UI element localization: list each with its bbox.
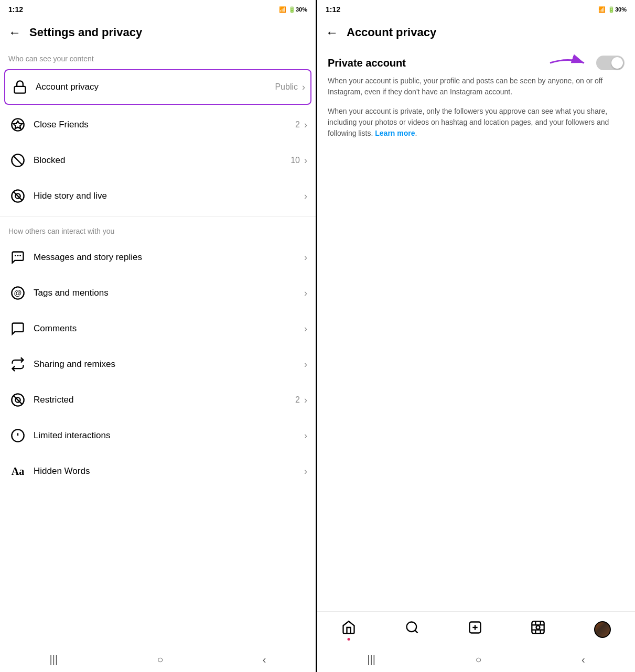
nav-add[interactable]: [461, 616, 489, 643]
chevron-icon-blocked: ›: [304, 155, 307, 166]
account-privacy-badge: Public: [275, 82, 298, 92]
hidden-words-icon: Aa: [8, 462, 27, 481]
signal-icon-right: 📶: [598, 6, 606, 13]
tags-icon: @: [8, 284, 27, 302]
tags-label: Tags and mentions: [34, 288, 304, 298]
limited-icon: [8, 426, 27, 445]
svg-line-18: [415, 630, 417, 633]
nav-profile[interactable]: [588, 617, 617, 642]
sharing-label: Sharing and remixes: [34, 359, 304, 370]
messages-icon: [8, 248, 27, 267]
android-nav-back-right[interactable]: ‹: [582, 654, 585, 666]
purple-arrow: [545, 55, 592, 71]
limited-label: Limited interactions: [34, 430, 304, 441]
nav-reels[interactable]: [524, 616, 552, 643]
android-nav-menu[interactable]: |||: [50, 654, 58, 666]
privacy-desc-1: When your account is public, your profil…: [328, 75, 625, 97]
menu-item-tags[interactable]: @ Tags and mentions ›: [0, 275, 316, 311]
profile-avatar: [594, 621, 611, 638]
left-panel: 1:12 📶 🔋30% ← Settings and privacy Who c…: [0, 0, 317, 672]
signal-icon: 📶: [279, 6, 286, 13]
section1-label: Who can see your content: [0, 46, 316, 67]
status-icons-left: 📶 🔋30%: [279, 6, 307, 13]
chevron-icon-tags: ›: [304, 288, 307, 299]
chevron-icon-sharing: ›: [304, 359, 307, 370]
toggle-thumb: [611, 57, 623, 69]
nav-search[interactable]: [399, 616, 426, 643]
lock-icon: [10, 78, 29, 96]
menu-item-sharing[interactable]: Sharing and remixes ›: [0, 346, 316, 382]
restricted-label: Restricted: [34, 395, 295, 405]
comments-icon: [8, 319, 27, 338]
private-account-label: Private account: [328, 57, 406, 69]
android-nav-home-right[interactable]: ○: [475, 654, 481, 666]
chevron-icon-friends: ›: [304, 120, 307, 131]
time-right: 1:12: [326, 5, 340, 14]
svg-rect-0: [15, 86, 26, 93]
svg-rect-22: [532, 621, 544, 633]
reels-icon: [531, 620, 545, 638]
close-friends-icon: [8, 115, 27, 134]
chevron-icon-story: ›: [304, 191, 307, 202]
sharing-icon: [8, 355, 27, 374]
hide-story-label: Hide story and live: [34, 191, 304, 201]
menu-item-restricted[interactable]: Restricted 2 ›: [0, 382, 316, 418]
svg-point-17: [406, 622, 416, 632]
svg-point-23: [536, 626, 540, 630]
privacy-desc-2-text: When your account is private, only the f…: [328, 107, 609, 137]
back-button-right[interactable]: ←: [326, 25, 338, 40]
home-dot: [348, 638, 350, 641]
right-panel: 1:12 📶 🔋30% ← Account privacy Private ac…: [317, 0, 635, 672]
search-icon: [405, 620, 419, 638]
blocked-icon: [8, 151, 27, 170]
menu-item-close-friends[interactable]: Close Friends 2 ›: [0, 107, 316, 143]
svg-line-4: [14, 156, 22, 165]
menu-item-comments[interactable]: Comments ›: [0, 311, 316, 346]
status-bar-right: 1:12 📶 🔋30%: [317, 0, 635, 19]
android-nav-menu-right[interactable]: |||: [367, 654, 375, 666]
menu-item-hidden-words[interactable]: Aa Hidden Words ›: [0, 453, 316, 489]
menu-item-hide-story[interactable]: Hide story and live ›: [0, 178, 316, 214]
restricted-icon: [8, 391, 27, 409]
home-icon: [341, 620, 356, 638]
private-account-toggle[interactable]: [596, 56, 625, 70]
bottom-nav-right: [317, 611, 635, 647]
right-page-title: Account privacy: [347, 26, 436, 39]
add-icon: [468, 620, 482, 638]
status-icons-right: 📶 🔋30%: [598, 6, 627, 13]
blocked-badge: 10: [290, 156, 300, 165]
menu-item-account-privacy[interactable]: Account privacy Public ›: [4, 69, 311, 105]
messages-label: Messages and story replies: [34, 252, 304, 263]
blocked-label: Blocked: [34, 155, 290, 166]
menu-item-limited[interactable]: Limited interactions ›: [0, 418, 316, 453]
status-bar-left: 1:12 📶 🔋30%: [0, 0, 316, 19]
hide-story-icon: [8, 187, 27, 205]
divider-1: [0, 216, 316, 216]
battery-icon-right: 🔋30%: [608, 6, 627, 13]
account-privacy-label: Account privacy: [36, 82, 275, 92]
right-header: ← Account privacy: [317, 19, 635, 46]
section2-label: How others can interact with you: [0, 219, 316, 240]
back-button-left[interactable]: ←: [8, 25, 21, 40]
left-page-title: Settings and privacy: [29, 26, 142, 39]
android-nav-right: ||| ○ ‹: [317, 647, 635, 672]
battery-icon: 🔋30%: [288, 6, 307, 13]
comments-label: Comments: [34, 323, 304, 334]
android-nav-home[interactable]: ○: [157, 654, 163, 666]
android-nav-left: ||| ○ ‹: [0, 647, 316, 672]
menu-item-messages[interactable]: Messages and story replies ›: [0, 240, 316, 275]
close-friends-label: Close Friends: [34, 120, 295, 130]
chevron-icon-messages: ›: [304, 252, 307, 263]
chevron-icon-limited: ›: [304, 430, 307, 441]
chevron-icon-restricted: ›: [304, 395, 307, 406]
svg-marker-2: [14, 121, 22, 129]
chevron-icon-hidden: ›: [304, 466, 307, 477]
chevron-icon-privacy: ›: [302, 82, 305, 93]
menu-item-blocked[interactable]: Blocked 10 ›: [0, 143, 316, 178]
android-nav-back[interactable]: ‹: [263, 654, 266, 666]
privacy-desc-2: When your account is private, only the f…: [328, 106, 625, 139]
left-header: ← Settings and privacy: [0, 19, 316, 46]
restricted-badge: 2: [295, 395, 300, 405]
nav-home[interactable]: [335, 616, 362, 643]
learn-more-link[interactable]: Learn more: [375, 129, 415, 137]
